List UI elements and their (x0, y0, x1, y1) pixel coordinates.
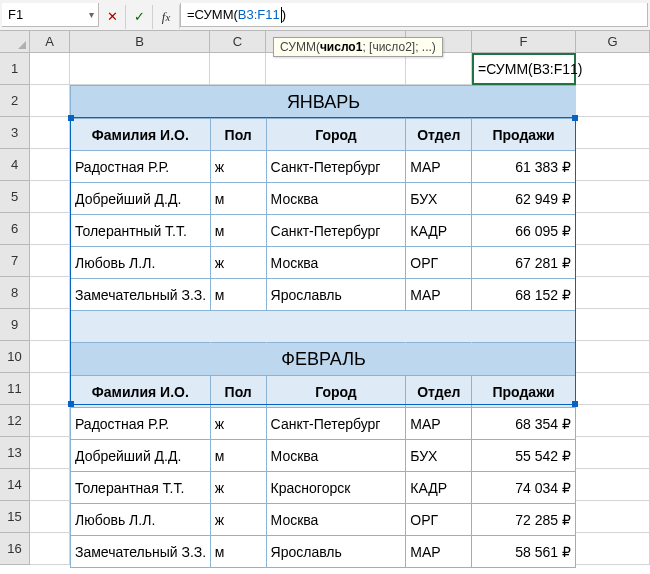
table-cell[interactable]: м (211, 440, 267, 472)
table-cell[interactable]: Любовь Л.Л. (71, 504, 211, 536)
table-cell[interactable]: Добрейший Д.Д. (71, 183, 211, 215)
table-cell[interactable]: Любовь Л.Л. (71, 247, 211, 279)
cancel-formula-button[interactable]: ✕ (99, 5, 126, 29)
cell-G6[interactable] (576, 213, 650, 245)
table-cell[interactable]: 61 383 ₽ (472, 151, 576, 183)
chevron-down-icon[interactable]: ▾ (89, 9, 94, 20)
cell-G7[interactable] (576, 245, 650, 277)
cell-A16[interactable] (30, 533, 70, 565)
row-header-5[interactable]: 5 (0, 181, 30, 213)
table-cell[interactable]: 58 561 ₽ (472, 536, 576, 568)
cell-A7[interactable] (30, 245, 70, 277)
cell-G13[interactable] (576, 437, 650, 469)
table-cell[interactable]: Радостная Р.Р. (71, 408, 211, 440)
table-cell[interactable]: Москва (267, 247, 407, 279)
cell-D1[interactable] (266, 53, 406, 85)
col-header-B[interactable]: B (70, 31, 210, 53)
table-cell[interactable]: ж (211, 504, 267, 536)
table-cell[interactable]: БУХ (406, 440, 472, 472)
cell-A6[interactable] (30, 213, 70, 245)
cell-G10[interactable] (576, 341, 650, 373)
table-cell[interactable]: Красногорск (267, 472, 407, 504)
row-header-12[interactable]: 12 (0, 405, 30, 437)
fx-button[interactable]: fx (153, 5, 180, 29)
table-cell[interactable]: м (211, 536, 267, 568)
col-header-G[interactable]: G (576, 31, 650, 53)
table-cell[interactable]: Добрейший Д.Д. (71, 440, 211, 472)
table-cell[interactable]: м (211, 215, 267, 247)
table-cell[interactable]: БУХ (406, 183, 472, 215)
table-cell[interactable]: Ярославль (267, 536, 407, 568)
table-cell[interactable]: Москва (267, 183, 407, 215)
cell-G8[interactable] (576, 277, 650, 309)
cell-G3[interactable] (576, 117, 650, 149)
table-cell[interactable]: 67 281 ₽ (472, 247, 576, 279)
cell-G1[interactable] (576, 53, 650, 85)
name-box[interactable]: F1 ▾ (2, 3, 99, 27)
table-cell[interactable]: ж (211, 408, 267, 440)
cell-G5[interactable] (576, 181, 650, 213)
table-cell[interactable]: ж (211, 151, 267, 183)
table-cell[interactable]: Санкт-Петербург (267, 151, 407, 183)
cell-A11[interactable] (30, 373, 70, 405)
table-cell[interactable]: ж (211, 247, 267, 279)
table-cell[interactable]: 68 152 ₽ (472, 279, 576, 311)
cell-A14[interactable] (30, 469, 70, 501)
table-cell[interactable]: 62 949 ₽ (472, 183, 576, 215)
table-cell[interactable]: МАР (406, 408, 472, 440)
table-cell[interactable]: Москва (267, 504, 407, 536)
cell-C1[interactable] (210, 53, 266, 85)
table-cell[interactable]: 72 285 ₽ (472, 504, 576, 536)
cell-A15[interactable] (30, 501, 70, 533)
cell-F1[interactable] (472, 53, 576, 85)
cell-G14[interactable] (576, 469, 650, 501)
table-cell[interactable]: МАР (406, 151, 472, 183)
col-header-C[interactable]: C (210, 31, 266, 53)
cell-A4[interactable] (30, 149, 70, 181)
row-header-4[interactable]: 4 (0, 149, 30, 181)
table-cell[interactable]: Санкт-Петербург (267, 408, 407, 440)
row-header-15[interactable]: 15 (0, 501, 30, 533)
table-cell[interactable]: Замечательный З.З. (71, 536, 211, 568)
table-cell[interactable]: МАР (406, 279, 472, 311)
table-cell[interactable]: КАДР (406, 472, 472, 504)
select-all-corner[interactable] (0, 31, 30, 53)
table-cell[interactable]: Радостная Р.Р. (71, 151, 211, 183)
cell-G16[interactable] (576, 533, 650, 565)
cell-G9[interactable] (576, 309, 650, 341)
cell-A1[interactable] (30, 53, 70, 85)
table-cell[interactable]: 55 542 ₽ (472, 440, 576, 472)
cell-A8[interactable] (30, 277, 70, 309)
cell-A13[interactable] (30, 437, 70, 469)
col-header-A[interactable]: A (30, 31, 70, 53)
cell-A12[interactable] (30, 405, 70, 437)
cell-E1[interactable] (406, 53, 472, 85)
table-cell[interactable]: ж (211, 472, 267, 504)
row-header-7[interactable]: 7 (0, 245, 30, 277)
table-cell[interactable]: ОРГ (406, 247, 472, 279)
row-header-3[interactable]: 3 (0, 117, 30, 149)
accept-formula-button[interactable]: ✓ (126, 5, 153, 29)
row-header-9[interactable]: 9 (0, 309, 30, 341)
table-cell[interactable]: 74 034 ₽ (472, 472, 576, 504)
cell-G15[interactable] (576, 501, 650, 533)
cell-A10[interactable] (30, 341, 70, 373)
table-cell[interactable]: Ярославль (267, 279, 407, 311)
row-header-13[interactable]: 13 (0, 437, 30, 469)
row-header-8[interactable]: 8 (0, 277, 30, 309)
cell-G11[interactable] (576, 373, 650, 405)
table-cell[interactable]: ОРГ (406, 504, 472, 536)
cell-G4[interactable] (576, 149, 650, 181)
row-header-1[interactable]: 1 (0, 53, 30, 85)
row-header-11[interactable]: 11 (0, 373, 30, 405)
table-cell[interactable]: Толерантная Т.Т. (71, 472, 211, 504)
formula-bar[interactable]: =СУММ(B3:F11) (180, 3, 648, 27)
table-cell[interactable]: КАДР (406, 215, 472, 247)
table-cell[interactable]: Замечательный З.З. (71, 279, 211, 311)
table-cell[interactable]: Санкт-Петербург (267, 215, 407, 247)
row-header-16[interactable]: 16 (0, 533, 30, 565)
cell-G2[interactable] (576, 85, 650, 117)
row-header-14[interactable]: 14 (0, 469, 30, 501)
table-cell[interactable]: 66 095 ₽ (472, 215, 576, 247)
table-cell[interactable]: м (211, 279, 267, 311)
